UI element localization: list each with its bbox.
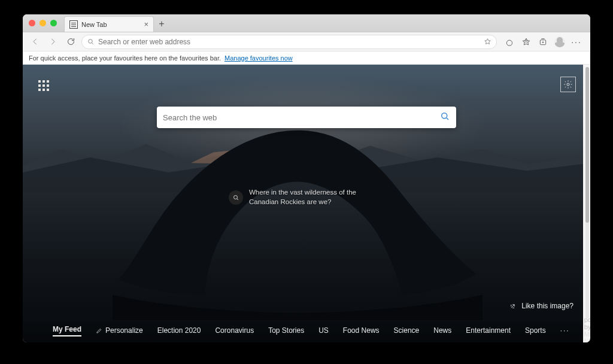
window-titlebar: New Tab × + [23,14,590,32]
feed-tab-sports[interactable]: Sports [525,326,546,335]
like-image-button[interactable]: Like this image? [509,302,573,310]
manage-favourites-link[interactable]: Manage favourites now [224,54,293,62]
feed-tab-news[interactable]: News [433,326,451,335]
favourites-icon[interactable] [521,37,532,47]
favourite-star-icon[interactable] [484,38,491,46]
window-minimize-button[interactable] [40,20,46,26]
feed-tab-science[interactable]: Science [394,326,420,335]
browser-window: New Tab × + ··· For quic [23,14,590,342]
collections-icon[interactable] [538,37,548,47]
feed-navigation: My Feed Personalize Election 2020 Corona… [23,318,583,342]
hero-caption[interactable]: Where in the vast wilderness of the Cana… [229,188,384,207]
address-bar[interactable] [81,35,497,49]
feed-tab-food-news[interactable]: Food News [343,326,380,335]
svg-point-2 [567,83,569,86]
profile-button[interactable] [554,37,565,47]
forward-button[interactable] [45,35,60,49]
page-icon [69,20,78,29]
page-settings-button[interactable] [560,77,576,92]
feed-tab-personalize[interactable]: Personalize [96,326,143,335]
caption-search-icon [229,190,243,205]
web-search-button[interactable] [439,111,450,124]
web-search-input[interactable] [163,113,439,122]
feed-tab-election-2020[interactable]: Election 2020 [157,326,201,335]
feed-tab-us[interactable]: US [318,326,329,335]
tab-title: New Tab [81,21,107,28]
window-traffic-lights [29,20,57,26]
svg-point-4 [234,195,238,199]
tab-active[interactable]: New Tab × [64,16,154,32]
feed-tab-coronavirus[interactable]: Coronavirus [215,326,254,335]
powered-by-brand: Microsoft News [584,330,590,342]
web-search-box[interactable] [157,107,456,128]
pencil-icon [96,327,102,334]
overflow-menu-button[interactable]: ··· [571,37,582,47]
favourites-hint-text: For quick access, place your favourites … [29,54,221,62]
feed-tab-entertainment[interactable]: Entertainment [466,326,511,335]
search-icon [439,111,450,122]
tab-close-button[interactable]: × [144,20,148,28]
app-launcher-button[interactable] [38,80,50,92]
expand-icon [509,302,517,310]
feed-tab-personalize-label: Personalize [105,326,143,335]
svg-point-0 [89,40,93,44]
back-button[interactable] [28,35,42,49]
favourites-hint-bar: For quick access, place your favourites … [23,51,590,65]
like-image-label: Like this image? [521,302,573,310]
search-icon [87,38,95,46]
address-input[interactable] [98,38,480,46]
feed-tab-more[interactable]: ··· [560,326,570,335]
feed-tab-top-stories[interactable]: Top Stories [268,326,304,335]
driftwood-silhouette [113,115,482,320]
svg-point-3 [442,113,447,119]
feed-tab-my-feed[interactable]: My Feed [53,325,81,336]
refresh-button[interactable] [63,35,78,49]
page-viewport: Where in the vast wilderness of the Cana… [23,65,590,342]
scrollbar-thumb[interactable] [585,67,589,223]
window-close-button[interactable] [29,20,35,26]
toolbar-right-icons: ··· [500,37,585,47]
caption-text: Where in the vast wilderness of the Cana… [249,188,384,207]
new-tab-button[interactable]: + [154,16,169,32]
vertical-scrollbar[interactable] [585,67,589,318]
reading-mode-icon[interactable] [504,37,515,47]
toolbar: ··· [23,32,590,51]
avatar-icon [554,37,565,47]
powered-by-label: powered by Microsoft News [584,316,590,342]
window-maximize-button[interactable] [50,20,57,26]
tab-strip: New Tab × + [64,14,169,32]
